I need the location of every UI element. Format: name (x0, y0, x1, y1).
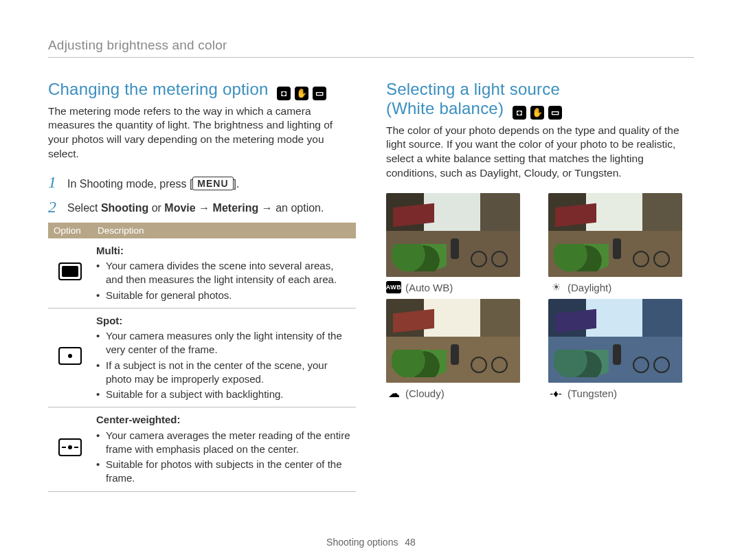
video-mode-icon: ▭ (313, 87, 326, 100)
menu-key: MENU (192, 177, 233, 190)
s2g: → an option. (258, 202, 324, 214)
steps-list: 1 In Shooting mode, press [MENU]. 2 Sele… (48, 174, 356, 216)
s2f: Metering (213, 202, 259, 214)
hand-mode-icon: ✋ (295, 87, 308, 100)
mode-icons-group: ◘ ✋ ▭ (277, 87, 326, 100)
opt-name-multi: Multi: (96, 245, 124, 256)
s2a: Select (67, 202, 101, 214)
center-weighted-metering-icon (58, 438, 82, 456)
wb-label: (Auto WB) (405, 282, 453, 293)
step1-post: ]. (234, 178, 240, 190)
bullet: Your camera divides the scene into sever… (96, 259, 352, 287)
step-number: 1 (48, 174, 59, 192)
step-1: 1 In Shooting mode, press [MENU]. (48, 174, 356, 192)
th-option: Option (48, 223, 92, 238)
two-column-layout: Changing the metering option ◘ ✋ ▭ The m… (48, 80, 694, 492)
page-footer: Shooting options 48 (0, 537, 742, 548)
wb-caption-auto: AWB (Auto WB) (386, 281, 532, 293)
metering-intro: The metering mode refers to the way in w… (48, 104, 356, 162)
wb-caption-cloudy: ☁ (Cloudy) (386, 387, 532, 399)
step-2-text: Select Shooting or Movie → Metering → an… (67, 199, 324, 216)
bullet: Suitable for general photos. (96, 289, 352, 302)
sun-icon: ☀ (548, 281, 563, 293)
left-column: Changing the metering option ◘ ✋ ▭ The m… (48, 80, 356, 492)
wb-item-tungsten: -♦- (Tungsten) (548, 299, 694, 399)
wb-thumb-daylight (548, 193, 682, 277)
s2b: Shooting (101, 202, 148, 214)
wb-item-cloudy: ☁ (Cloudy) (386, 299, 532, 399)
step-1-text: In Shooting mode, press [MENU]. (67, 174, 239, 192)
wb-label: (Tungsten) (567, 388, 617, 399)
camera-mode-icon: ◘ (277, 87, 291, 100)
bullet: Suitable for photos with subjects in the… (96, 458, 352, 486)
wb-item-auto: AWB (Auto WB) (386, 193, 532, 293)
opt-name-spot: Spot: (96, 315, 122, 326)
bullet: Suitable for a subject with backlighting… (96, 388, 352, 401)
table-row: Multi: Your camera divides the scene int… (48, 238, 356, 309)
mode-icons-group: ◘ ✋ ▭ (513, 106, 562, 120)
s2d: Movie (164, 202, 195, 214)
bulb-icon: -♦- (548, 387, 563, 399)
spot-metering-icon (58, 347, 82, 365)
step-2: 2 Select Shooting or Movie → Metering → … (48, 199, 356, 216)
wb-section-title: Selecting a light source (White balance)… (386, 80, 694, 120)
wb-title-line2: (White balance) (386, 99, 504, 117)
s2e: → (196, 202, 213, 214)
bullet: Your camera measures only the light inte… (96, 329, 352, 357)
wb-caption-tungsten: -♦- (Tungsten) (548, 387, 694, 399)
metering-options-table: Option Description Multi: Your camera di… (48, 223, 356, 492)
right-column: Selecting a light source (White balance)… (386, 80, 694, 492)
bullet: Your camera averages the meter reading o… (96, 429, 352, 457)
wb-intro: The color of your photo depends on the t… (386, 124, 694, 181)
footer-page-number: 48 (405, 537, 416, 548)
wb-label: (Daylight) (567, 282, 611, 293)
wb-label: (Cloudy) (405, 388, 445, 399)
awb-icon: AWB (386, 281, 401, 293)
bullet: If a subject is not in the center of the… (96, 359, 352, 387)
th-description: Description (92, 223, 356, 238)
metering-section-title: Changing the metering option ◘ ✋ ▭ (48, 80, 356, 100)
wb-item-daylight: ☀ (Daylight) (548, 193, 694, 293)
opt-name-cw: Center-weighted: (96, 414, 181, 425)
wb-thumb-cloudy (386, 299, 520, 383)
wb-thumb-tungsten (548, 299, 682, 383)
table-row: Center-weighted: Your camera averages th… (48, 407, 356, 491)
wb-thumb-auto (386, 193, 520, 277)
wb-examples-grid: AWB (Auto WB) ☀ (Daylight) (386, 193, 694, 399)
camera-mode-icon: ◘ (513, 106, 526, 120)
manual-page: Adjusting brightness and color Changing … (0, 0, 742, 492)
s2c: or (148, 202, 164, 214)
cloud-icon: ☁ (386, 387, 401, 399)
step-number: 2 (48, 199, 59, 216)
table-row: Spot: Your camera measures only the ligh… (48, 308, 356, 407)
video-mode-icon: ▭ (548, 106, 562, 120)
hand-mode-icon: ✋ (530, 106, 544, 120)
step1-pre: In Shooting mode, press [ (67, 178, 192, 190)
metering-title-text: Changing the metering option (48, 80, 268, 98)
footer-section: Shooting options (326, 537, 398, 548)
multi-metering-icon (58, 262, 82, 280)
wb-title-line1: Selecting a light source (386, 80, 560, 98)
breadcrumb: Adjusting brightness and color (48, 38, 694, 58)
wb-caption-daylight: ☀ (Daylight) (548, 281, 694, 293)
